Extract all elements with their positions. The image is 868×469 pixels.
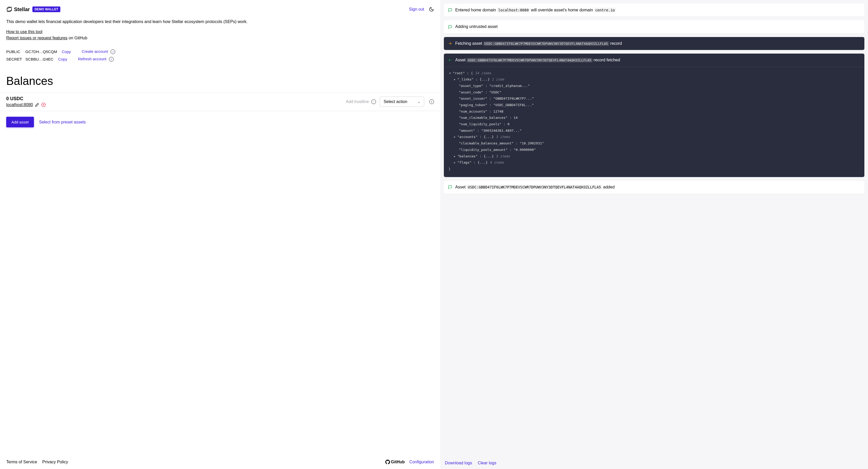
brand-text: Stellar [14,6,30,12]
footer: Terms of Service Privacy Policy GitHub C… [6,455,434,469]
on-github-text: on GitHub [69,36,87,40]
clear-logs-link[interactable]: Clear logs [478,461,496,465]
log-item-adding-asset: Adding untrusted asset [444,20,864,33]
public-label: PUBLIC [6,49,21,54]
howto-link[interactable]: How to use this tool [6,30,42,34]
theme-toggle[interactable] [429,7,434,12]
balance-row: 0 USDC localhost:8080 Add trustline i Se… [0,92,440,111]
footer-dev: GitHub Configuration [385,460,434,464]
close-circle-icon [41,102,46,107]
pencil-icon [35,103,39,107]
download-logs-link[interactable]: Download logs [445,461,472,465]
moon-icon [429,7,434,12]
select-action-dropdown[interactable]: Select action ⌄ [380,97,424,107]
github-icon [385,460,390,464]
log-text: Asset USDC:GBBD47IF6LWK7P7MDEVSCWR7DPUWV… [455,57,620,63]
copy-secret-button[interactable]: Copy [58,57,67,61]
info-icon[interactable]: i [429,99,434,104]
stellar-icon [6,6,12,12]
demo-wallet-badge: DEMO WALLET [32,6,60,12]
log-text: Fetching asset USDC:GBBD47IF6LWK7P7MDEVS… [455,41,622,46]
caret-down-icon[interactable]: ▾ [448,70,452,77]
refresh-account-link[interactable]: Refresh account i [78,57,114,62]
logo-group: Stellar DEMO WALLET [6,6,60,12]
create-account-link[interactable]: Create account i [82,49,116,54]
configuration-link[interactable]: Configuration [409,460,434,464]
instruction-icon [448,25,452,29]
log-item-fetched: Asset USDC:GBBD47IF6LWK7P7MDEVSCWR7DPUWV… [444,54,864,177]
info-icon[interactable]: i [109,57,114,62]
report-issues-link[interactable]: Report issues or request features [6,36,68,40]
logs-area[interactable]: Entered home domain localhost:8080 will … [440,0,868,457]
logs-panel: Entered home domain localhost:8080 will … [440,0,868,469]
footer-legal: Terms of Service Privacy Policy [6,460,68,464]
signout-link[interactable]: Sign out [409,7,424,12]
edit-domain-button[interactable] [35,103,39,107]
log-text: Adding untrusted asset [455,24,498,30]
public-value: GC7DH…Q5CQM [25,49,57,54]
response-icon [448,58,452,62]
remove-asset-button[interactable] [41,102,46,107]
terms-link[interactable]: Terms of Service [6,460,37,464]
stellar-logo: Stellar [6,6,30,12]
account-keys: PUBLIC GC7DH…Q5CQM Copy Create account i… [6,49,434,64]
secret-key-row: SECRET SCBBU…I24EC Copy Refresh account … [6,57,434,62]
asset-buttons: Add asset Select from preset assets [6,117,434,127]
caret-right-icon[interactable]: ▸ [453,160,456,166]
intro-text: This demo wallet lets financial applicat… [6,19,434,25]
help-links: How to use this tool Report issues or re… [6,30,434,42]
request-icon [448,41,452,45]
balance-info: 0 USDC localhost:8080 [6,96,46,107]
add-trustline-button[interactable]: Add trustline i [346,99,376,104]
caret-right-icon[interactable]: ▸ [453,76,456,83]
header: Stellar DEMO WALLET Sign out [6,6,434,12]
select-action-label: Select action [383,99,407,104]
privacy-link[interactable]: Privacy Policy [42,460,68,464]
log-header: Asset USDC:GBBD47IF6LWK7P7MDEVSCWR7DPUWV… [444,54,864,67]
instruction-icon [448,8,452,12]
instruction-icon [448,185,452,189]
json-viewer[interactable]: ▾"root" : { 14 items ▸"_links" : {...} 1… [444,67,864,177]
secret-label: SECRET [6,57,21,61]
log-item-entered-domain: Entered home domain localhost:8080 will … [444,4,864,16]
caret-right-icon[interactable]: ▸ [453,153,456,160]
balances-heading: Balances [6,74,434,88]
header-actions: Sign out [409,7,434,12]
log-text: Asset USDC:GBBD47IF6LWK7P7MDEVSCWR7DPUWV… [455,184,615,190]
add-asset-button[interactable]: Add asset [6,117,34,127]
secret-value: SCBBU…I24EC [25,57,53,61]
log-item-asset-added: Asset USDC:GBBD47IF6LWK7P7MDEVSCWR7DPUWV… [444,181,864,194]
chevron-down-icon: ⌄ [418,100,420,104]
log-text: Entered home domain localhost:8080 will … [455,7,616,13]
info-icon[interactable]: i [371,99,376,104]
preset-assets-link[interactable]: Select from preset assets [39,120,86,125]
public-key-row: PUBLIC GC7DH…Q5CQM Copy Create account i [6,49,434,54]
balance-actions: Add trustline i Select action ⌄ i [346,97,434,107]
copy-public-button[interactable]: Copy [62,49,71,54]
github-link[interactable]: GitHub [385,460,405,464]
left-panel: Stellar DEMO WALLET Sign out This demo w… [0,0,440,469]
caret-right-icon[interactable]: ▸ [453,134,456,140]
logs-footer: Download logs Clear logs [440,457,868,469]
info-icon[interactable]: i [111,49,115,54]
log-item-fetching: Fetching asset USDC:GBBD47IF6LWK7P7MDEVS… [444,37,864,50]
balance-amount: 0 USDC [6,96,46,101]
balance-domain[interactable]: localhost:8080 [6,102,33,107]
